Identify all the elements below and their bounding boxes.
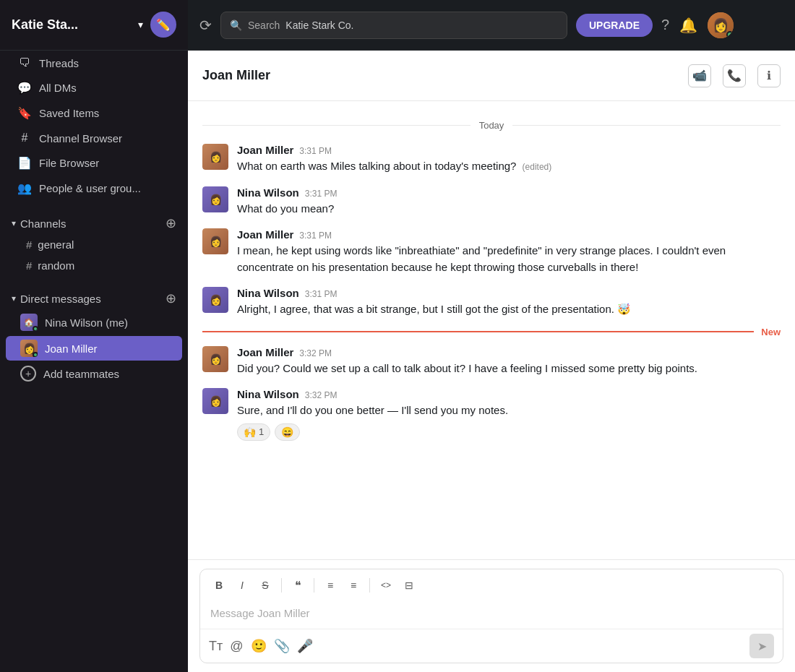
quote-button[interactable]: ❝ [288, 575, 308, 595]
message-avatar: 👩 [202, 388, 228, 414]
sidebar-item-all-dms[interactable]: 💬 All DMs [6, 76, 182, 100]
message-group: 👩 Nina Wilson 3:31 PM What do you mean? [188, 181, 795, 223]
sidebar-item-people[interactable]: 👥 People & user grou... [6, 176, 182, 200]
message-time: 3:31 PM [305, 189, 338, 199]
message-content: Nina Wilson 3:31 PM What do you mean? [237, 186, 781, 217]
message-header: Joan Miller 3:31 PM [237, 228, 781, 241]
add-teammates-label: Add teammates [43, 368, 119, 380]
attachment-icon[interactable]: 📎 [274, 638, 290, 654]
audio-icon[interactable]: 🎤 [297, 638, 313, 654]
reaction-clap[interactable]: 🙌 1 [237, 423, 270, 441]
date-divider-line [202, 125, 470, 126]
message-text: Sure, and I'll do you one better — I'll … [237, 402, 781, 419]
date-divider-line-right [512, 125, 781, 126]
input-bottom-bar: Tт @ 🙂 📎 🎤 ➤ [200, 629, 783, 663]
user-avatar[interactable]: 👩 [708, 12, 734, 38]
sidebar-item-file-browser[interactable]: 📄 File Browser [6, 151, 182, 175]
workspace-chevron-icon: ▾ [138, 19, 143, 30]
chat-title: Joan Miller [202, 68, 679, 83]
date-divider-text: Today [470, 120, 513, 131]
sidebar-channel-browser-label: Channel Browser [39, 132, 171, 145]
mention-icon[interactable]: @ [230, 639, 243, 654]
workspace-name: Katie Sta... [12, 17, 131, 33]
dm-item-joan[interactable]: 👩 Joan Miller [6, 336, 182, 361]
message-header: Nina Wilson 3:32 PM [237, 388, 781, 400]
sidebar-item-saved-items[interactable]: 🔖 Saved Items [6, 101, 182, 125]
user-status-dot [726, 31, 734, 38]
message-group: 👩 Joan Miller 3:32 PM Did you? Could we … [188, 340, 795, 383]
channel-random-label: random [38, 259, 74, 272]
dm-chevron-icon: ▾ [12, 293, 16, 303]
channel-browser-icon: # [17, 132, 32, 145]
italic-button[interactable]: I [232, 575, 252, 595]
topbar-icons: ? 🔔 👩 [661, 12, 734, 38]
text-format-icon[interactable]: Tт [209, 639, 223, 654]
message-sender: Joan Miller [237, 144, 293, 156]
add-teammates-item[interactable]: + Add teammates [6, 362, 182, 385]
sidebar-threads-label: Threads [39, 57, 171, 69]
sidebar-item-threads[interactable]: 🗨 Threads [6, 51, 182, 74]
joan-status-dot [33, 352, 38, 357]
code-button[interactable]: <> [376, 575, 396, 595]
search-icon: 🔍 [230, 20, 242, 31]
unordered-list-button[interactable]: ≡ [343, 575, 364, 595]
message-header: Nina Wilson 3:31 PM [237, 186, 781, 199]
search-bar[interactable]: 🔍 Search Katie Stark Co. [220, 12, 567, 39]
search-workspace: Katie Stark Co. [285, 20, 353, 31]
channels-section-header: ▾ Channels ⊕ [0, 210, 188, 234]
message-group: 👩 Joan Miller 3:31 PM What on earth was … [188, 138, 795, 181]
dm-section-toggle[interactable]: ▾ Direct messages [12, 293, 101, 305]
video-call-icon[interactable]: 📹 [688, 64, 711, 87]
toolbar-divider [369, 578, 370, 593]
channel-general-label: general [38, 238, 74, 251]
message-input[interactable]: Message Joan Miller [200, 600, 783, 629]
people-icon: 👥 [17, 181, 32, 195]
dm-item-nina[interactable]: 🏠 Nina Wilson (me) [6, 310, 182, 335]
help-icon[interactable]: ? [661, 17, 669, 33]
channel-item-random[interactable]: # random [6, 256, 182, 275]
message-time: 3:31 PM [305, 289, 338, 299]
reaction-smile[interactable]: 😄 [275, 423, 300, 441]
new-messages-divider: New [202, 327, 781, 337]
reaction-emoji: 🙌 [244, 426, 256, 438]
add-channel-button[interactable]: ⊕ [166, 215, 176, 231]
dm-joan-label: Joan Miller [45, 343, 98, 355]
message-content: Joan Miller 3:32 PM Did you? Could we se… [237, 346, 781, 377]
info-icon[interactable]: ℹ [757, 64, 781, 87]
message-group: 👩 Nina Wilson 3:32 PM Sure, and I'll do … [188, 382, 795, 447]
input-toolbar: B I S ❝ ≡ ≡ <> ⊟ [200, 569, 783, 600]
sidebar-saved-items-label: Saved Items [39, 107, 171, 119]
message-sender: Nina Wilson [237, 186, 299, 199]
message-avatar: 👩 [202, 287, 228, 313]
message-avatar: 👩 [202, 186, 228, 212]
chat-area: Joan Miller 📹 📞 ℹ Today 👩 Joan Mi [188, 51, 795, 672]
phone-call-icon[interactable]: 📞 [723, 64, 746, 87]
ordered-list-button[interactable]: ≡ [320, 575, 340, 595]
message-avatar: 👩 [202, 144, 228, 170]
send-button[interactable]: ➤ [749, 634, 774, 658]
sidebar-item-channel-browser[interactable]: # Channel Browser [6, 126, 182, 150]
bell-icon[interactable]: 🔔 [679, 17, 697, 34]
channels-chevron-icon: ▾ [12, 218, 16, 228]
upgrade-button[interactable]: UPGRADE [576, 14, 653, 37]
history-icon[interactable]: ⟳ [199, 17, 212, 34]
input-bottom-icons: Tт @ 🙂 📎 🎤 [209, 638, 749, 654]
dm-section-label: Direct messages [20, 293, 101, 305]
input-box: B I S ❝ ≡ ≡ <> ⊟ Message Joan Miller [199, 569, 783, 663]
add-dm-button[interactable]: ⊕ [166, 290, 176, 306]
bold-button[interactable]: B [209, 575, 229, 595]
channels-section-toggle[interactable]: ▾ Channels [12, 217, 66, 230]
message-time: 3:32 PM [305, 390, 338, 400]
code-block-button[interactable]: ⊟ [399, 575, 419, 595]
edit-button[interactable]: ✏️ [150, 12, 176, 38]
strikethrough-button[interactable]: S [255, 575, 275, 595]
messages-container: Today 👩 Joan Miller 3:31 PM What on eart… [188, 101, 795, 559]
dm-nina-label: Nina Wilson (me) [45, 316, 128, 329]
message-content: Nina Wilson 3:31 PM Alright, I agree, th… [237, 287, 781, 318]
channel-item-general[interactable]: # general [6, 235, 182, 254]
workspace-area[interactable]: Katie Sta... ▾ ✏️ [0, 0, 188, 51]
message-text: I mean, he kept using words like "inbrea… [237, 243, 781, 275]
message-time: 3:31 PM [299, 231, 332, 241]
emoji-icon[interactable]: 🙂 [251, 638, 267, 654]
message-sender: Nina Wilson [237, 388, 299, 400]
